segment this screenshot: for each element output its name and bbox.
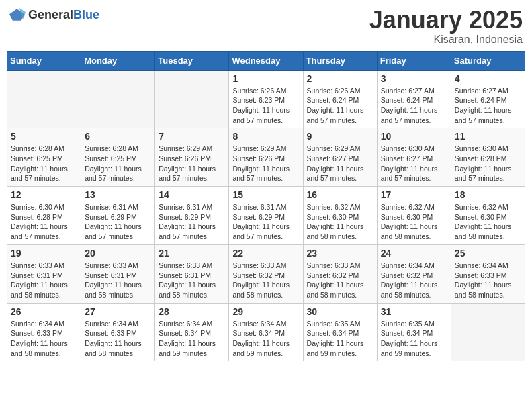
day-info: Sunrise: 6:34 AM Sunset: 6:33 PM Dayligh…: [11, 319, 77, 359]
day-info: Sunrise: 6:32 AM Sunset: 6:30 PM Dayligh…: [307, 202, 373, 242]
day-number: 15: [232, 189, 299, 200]
day-number: 22: [232, 248, 299, 259]
day-number: 2: [307, 73, 373, 84]
calendar-cell: 17Sunrise: 6:32 AM Sunset: 6:30 PM Dayli…: [377, 187, 451, 245]
calendar-week-5: 26Sunrise: 6:34 AM Sunset: 6:33 PM Dayli…: [7, 303, 525, 361]
logo: GeneralBlue: [9, 7, 99, 23]
calendar-cell: 22Sunrise: 6:33 AM Sunset: 6:32 PM Dayli…: [229, 244, 303, 303]
calendar-header: SundayMondayTuesdayWednesdayThursdayFrid…: [7, 51, 525, 70]
calendar-cell: 27Sunrise: 6:34 AM Sunset: 6:33 PM Dayli…: [81, 303, 155, 361]
calendar-cell: 25Sunrise: 6:34 AM Sunset: 6:33 PM Dayli…: [451, 244, 525, 303]
day-info: Sunrise: 6:32 AM Sunset: 6:30 PM Dayligh…: [455, 202, 521, 242]
calendar-cell: 12Sunrise: 6:30 AM Sunset: 6:28 PM Dayli…: [7, 187, 81, 245]
day-info: Sunrise: 6:33 AM Sunset: 6:31 PM Dayligh…: [85, 261, 151, 300]
day-info: Sunrise: 6:28 AM Sunset: 6:25 PM Dayligh…: [85, 144, 151, 183]
day-info: Sunrise: 6:33 AM Sunset: 6:31 PM Dayligh…: [159, 261, 225, 300]
day-info: Sunrise: 6:29 AM Sunset: 6:27 PM Dayligh…: [307, 144, 373, 183]
day-number: 23: [307, 248, 373, 259]
day-info: Sunrise: 6:27 AM Sunset: 6:24 PM Dayligh…: [381, 86, 447, 126]
day-number: 20: [85, 248, 151, 259]
calendar-cell: 14Sunrise: 6:31 AM Sunset: 6:29 PM Dayli…: [155, 187, 229, 245]
day-info: Sunrise: 6:27 AM Sunset: 6:24 PM Dayligh…: [455, 86, 521, 126]
weekday-header-tuesday: Tuesday: [155, 51, 229, 70]
weekday-header-friday: Friday: [377, 51, 451, 70]
day-info: Sunrise: 6:33 AM Sunset: 6:31 PM Dayligh…: [11, 261, 77, 300]
calendar-cell: 31Sunrise: 6:35 AM Sunset: 6:34 PM Dayli…: [377, 303, 451, 361]
calendar-cell: 4Sunrise: 6:27 AM Sunset: 6:24 PM Daylig…: [451, 70, 525, 128]
calendar-cell: 7Sunrise: 6:29 AM Sunset: 6:26 PM Daylig…: [155, 128, 229, 187]
weekday-row: SundayMondayTuesdayWednesdayThursdayFrid…: [7, 51, 525, 70]
day-info: Sunrise: 6:34 AM Sunset: 6:34 PM Dayligh…: [232, 319, 299, 359]
calendar-cell: 11Sunrise: 6:30 AM Sunset: 6:28 PM Dayli…: [451, 128, 525, 187]
calendar-cell: [451, 303, 525, 361]
calendar-cell: 3Sunrise: 6:27 AM Sunset: 6:24 PM Daylig…: [377, 70, 451, 128]
calendar-cell: 24Sunrise: 6:34 AM Sunset: 6:32 PM Dayli…: [377, 244, 451, 303]
day-info: Sunrise: 6:26 AM Sunset: 6:24 PM Dayligh…: [307, 86, 373, 126]
calendar-cell: 20Sunrise: 6:33 AM Sunset: 6:31 PM Dayli…: [81, 244, 155, 303]
day-info: Sunrise: 6:35 AM Sunset: 6:34 PM Dayligh…: [307, 319, 373, 359]
day-number: 1: [232, 73, 299, 84]
calendar-cell: 23Sunrise: 6:33 AM Sunset: 6:32 PM Dayli…: [303, 244, 377, 303]
calendar-cell: 30Sunrise: 6:35 AM Sunset: 6:34 PM Dayli…: [303, 303, 377, 361]
calendar-cell: 8Sunrise: 6:29 AM Sunset: 6:26 PM Daylig…: [229, 128, 303, 187]
calendar-cell: 28Sunrise: 6:34 AM Sunset: 6:34 PM Dayli…: [155, 303, 229, 361]
day-number: 27: [85, 306, 151, 317]
day-number: 5: [11, 131, 77, 142]
calendar-cell: [81, 70, 155, 128]
calendar-cell: 1Sunrise: 6:26 AM Sunset: 6:23 PM Daylig…: [229, 70, 303, 128]
calendar-week-3: 12Sunrise: 6:30 AM Sunset: 6:28 PM Dayli…: [7, 187, 525, 245]
day-number: 13: [85, 189, 151, 200]
day-number: 11: [455, 131, 521, 142]
calendar-cell: 13Sunrise: 6:31 AM Sunset: 6:29 PM Dayli…: [81, 187, 155, 245]
day-info: Sunrise: 6:29 AM Sunset: 6:26 PM Dayligh…: [159, 144, 225, 183]
day-info: Sunrise: 6:31 AM Sunset: 6:29 PM Dayligh…: [85, 202, 151, 242]
day-number: 19: [11, 248, 77, 259]
weekday-header-wednesday: Wednesday: [229, 51, 303, 70]
logo-icon: [9, 7, 26, 23]
day-number: 21: [159, 248, 225, 259]
location-title: Kisaran, Indonesia: [369, 34, 523, 46]
calendar-table: SundayMondayTuesdayWednesdayThursdayFrid…: [7, 51, 525, 362]
day-number: 3: [381, 73, 447, 84]
day-info: Sunrise: 6:34 AM Sunset: 6:33 PM Dayligh…: [455, 261, 521, 300]
day-number: 31: [381, 306, 447, 317]
calendar-week-2: 5Sunrise: 6:28 AM Sunset: 6:25 PM Daylig…: [7, 128, 525, 187]
calendar-cell: 16Sunrise: 6:32 AM Sunset: 6:30 PM Dayli…: [303, 187, 377, 245]
day-info: Sunrise: 6:30 AM Sunset: 6:27 PM Dayligh…: [381, 144, 447, 183]
logo-blue: Blue: [73, 8, 99, 21]
day-number: 30: [307, 306, 373, 317]
day-number: 25: [455, 248, 521, 259]
logo-general: General: [28, 8, 73, 21]
day-number: 24: [381, 248, 447, 259]
day-info: Sunrise: 6:33 AM Sunset: 6:32 PM Dayligh…: [232, 261, 299, 300]
weekday-header-monday: Monday: [81, 51, 155, 70]
weekday-header-thursday: Thursday: [303, 51, 377, 70]
day-number: 12: [11, 189, 77, 200]
calendar-cell: 18Sunrise: 6:32 AM Sunset: 6:30 PM Dayli…: [451, 187, 525, 245]
calendar-cell: 2Sunrise: 6:26 AM Sunset: 6:24 PM Daylig…: [303, 70, 377, 128]
day-number: 17: [381, 189, 447, 200]
day-info: Sunrise: 6:30 AM Sunset: 6:28 PM Dayligh…: [455, 144, 521, 183]
calendar-cell: [155, 70, 229, 128]
day-number: 14: [159, 189, 225, 200]
day-number: 26: [11, 306, 77, 317]
day-info: Sunrise: 6:34 AM Sunset: 6:33 PM Dayligh…: [85, 319, 151, 359]
day-info: Sunrise: 6:28 AM Sunset: 6:25 PM Dayligh…: [11, 144, 77, 183]
day-info: Sunrise: 6:34 AM Sunset: 6:32 PM Dayligh…: [381, 261, 447, 300]
day-number: 28: [159, 306, 225, 317]
calendar-cell: 26Sunrise: 6:34 AM Sunset: 6:33 PM Dayli…: [7, 303, 81, 361]
calendar-cell: 29Sunrise: 6:34 AM Sunset: 6:34 PM Dayli…: [229, 303, 303, 361]
calendar-cell: 15Sunrise: 6:31 AM Sunset: 6:29 PM Dayli…: [229, 187, 303, 245]
page-header: GeneralBlue January 2025 Kisaran, Indone…: [7, 7, 525, 46]
day-number: 4: [455, 73, 521, 84]
calendar-cell: [7, 70, 81, 128]
day-number: 10: [381, 131, 447, 142]
calendar-cell: 21Sunrise: 6:33 AM Sunset: 6:31 PM Dayli…: [155, 244, 229, 303]
calendar-cell: 19Sunrise: 6:33 AM Sunset: 6:31 PM Dayli…: [7, 244, 81, 303]
day-number: 7: [159, 131, 225, 142]
day-info: Sunrise: 6:26 AM Sunset: 6:23 PM Dayligh…: [232, 86, 299, 126]
day-info: Sunrise: 6:33 AM Sunset: 6:32 PM Dayligh…: [307, 261, 373, 300]
calendar-cell: 9Sunrise: 6:29 AM Sunset: 6:27 PM Daylig…: [303, 128, 377, 187]
weekday-header-saturday: Saturday: [451, 51, 525, 70]
day-number: 8: [232, 131, 299, 142]
